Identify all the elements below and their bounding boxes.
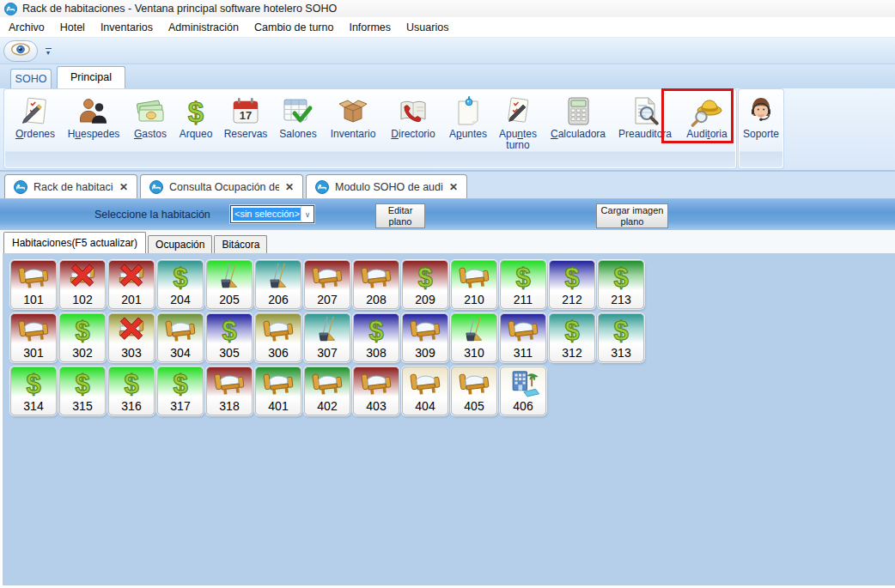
dollar-icon: $ (408, 263, 442, 291)
room-button-211[interactable]: $211 (500, 260, 546, 309)
room-button-406[interactable]: 406 (500, 367, 546, 415)
menu-item-cambio-de-turno[interactable]: Cambio de turno (247, 18, 341, 37)
room-button-206[interactable]: 206 (255, 260, 301, 309)
room-button-205[interactable]: 205 (206, 260, 253, 309)
room-button-318[interactable]: 318 (206, 367, 253, 415)
room-number: 308 (366, 347, 386, 359)
room-button-209[interactable]: $209 (402, 260, 448, 309)
close-icon[interactable]: ✕ (119, 181, 128, 193)
bed-icon (310, 369, 344, 397)
bed-icon (359, 369, 393, 397)
room-button-317[interactable]: $317 (157, 367, 204, 415)
close-icon[interactable]: ✕ (285, 181, 294, 193)
room-button-315[interactable]: $315 (59, 367, 106, 415)
room-button-404[interactable]: 404 (402, 367, 448, 415)
ribbon-item-reservas[interactable]: 17Reservas (218, 90, 273, 167)
room-number: 208 (366, 294, 386, 306)
ribbon-item-huespedes[interactable]: Huespedes (60, 90, 127, 167)
room-button-102[interactable]: 102 (59, 260, 106, 309)
qat-customize-arrow-icon[interactable]: ▾ (42, 43, 54, 60)
room-button-314[interactable]: $314 (10, 367, 57, 415)
ribbon-body: OrdenesHuespedesGastos$Arqueo17ReservasS… (0, 88, 895, 172)
menu-item-inventarios[interactable]: Inventarios (93, 18, 161, 37)
bed-icon (457, 263, 491, 291)
room-button-309[interactable]: 309 (402, 313, 448, 362)
room-button-201[interactable]: 201 (108, 260, 155, 309)
ribbon-item-preauditora[interactable]: Preauditora (613, 90, 677, 167)
dollar-icon: $ (359, 316, 393, 344)
room-button-301[interactable]: 301 (10, 313, 57, 362)
room-button-204[interactable]: $204 (157, 260, 204, 309)
view-tab-habitaciones-f5-actualizar[interactable]: Habitaciones(F5 actualizar) (3, 232, 146, 253)
close-icon[interactable]: ✕ (449, 181, 458, 193)
menu-item-informes[interactable]: Informes (341, 18, 399, 37)
eye-button[interactable] (3, 40, 38, 62)
ribbon-item-ordenes[interactable]: Ordenes (10, 90, 60, 167)
dropdown-chevron-icon[interactable]: ∨ (301, 206, 314, 222)
room-button-101[interactable]: 101 (10, 260, 57, 309)
ribbon-item-calculadora[interactable]: Calculadora (543, 90, 613, 167)
note-pen-icon (502, 95, 534, 128)
ribbon-item-soporte[interactable]: Soporte (740, 90, 782, 167)
room-number: 404 (415, 400, 435, 412)
room-button-405[interactable]: 405 (451, 367, 497, 415)
room-button-307[interactable]: 307 (304, 313, 350, 362)
document-tab-icon (14, 180, 27, 194)
menu-item-administracion[interactable]: Administración (161, 18, 247, 37)
room-button-213[interactable]: $213 (598, 260, 644, 309)
room-button-312[interactable]: $312 (549, 313, 595, 362)
menu-item-hotel[interactable]: Hotel (52, 18, 93, 37)
load-plan-image-button[interactable]: Cargar imagen plano (596, 203, 668, 228)
room-button-210[interactable]: 210 (451, 260, 497, 309)
room-button-303[interactable]: 303 (108, 313, 155, 362)
ribbon-item-arqueo[interactable]: $Arqueo (174, 90, 218, 167)
room-button-313[interactable]: $313 (598, 313, 644, 362)
document-tab-consulta-ocupacion-del-hotel[interactable]: Consulta Ocupación del hotel✕ (140, 174, 303, 198)
room-row: 301$302303304$305306307$308309310311$312… (10, 313, 895, 362)
room-button-207[interactable]: 207 (304, 260, 350, 309)
view-tab-ocupacion[interactable]: Ocupación (148, 235, 212, 253)
room-number: 315 (72, 400, 92, 412)
document-tab-modulo-soho-de-auditoria[interactable]: Modulo SOHO de auditoria✕ (306, 174, 467, 198)
ribbon-tab-soho[interactable]: SOHO (10, 69, 52, 88)
ribbon-item-apuntes[interactable]: Apuntes (443, 90, 493, 167)
room-button-402[interactable]: 402 (304, 367, 350, 415)
broom-icon (212, 263, 247, 291)
dollar-icon: $ (65, 316, 100, 344)
room-button-302[interactable]: $302 (59, 313, 106, 362)
menu-item-archivo[interactable]: Archivo (1, 18, 52, 37)
room-number: 317 (170, 400, 190, 412)
calendar-icon: 17 (229, 95, 262, 128)
ribbon-item-directorio[interactable]: Directorio (383, 90, 443, 167)
room-number: 401 (268, 400, 288, 412)
ribbon-tab-principal[interactable]: Principal (57, 66, 125, 88)
room-button-311[interactable]: 311 (500, 313, 546, 362)
ribbon-item-inventario[interactable]: Inventario (323, 90, 383, 167)
menu-item-usuarios[interactable]: Usuarios (399, 18, 456, 37)
ribbon-item-label: Soporte (743, 129, 779, 140)
ribbon-item-apuntes-turno[interactable]: Apuntes turno (493, 90, 543, 167)
room-button-310[interactable]: 310 (451, 313, 497, 362)
room-button-306[interactable]: 306 (255, 313, 301, 362)
document-tab-rack-de-habitaciones[interactable]: Rack de habitaciones✕ (4, 174, 137, 198)
edit-plan-button[interactable]: Editar plano (375, 203, 425, 228)
room-button-316[interactable]: $316 (108, 367, 155, 415)
room-button-308[interactable]: $308 (353, 313, 399, 362)
room-number: 305 (219, 347, 239, 359)
room-button-212[interactable]: $212 (549, 260, 595, 309)
room-button-304[interactable]: 304 (157, 313, 204, 362)
phone-book-icon (397, 95, 429, 128)
room-number: 209 (415, 294, 435, 306)
room-button-403[interactable]: 403 (353, 367, 399, 415)
hotel-building-icon (506, 369, 540, 397)
room-button-305[interactable]: $305 (206, 313, 253, 362)
room-button-401[interactable]: 401 (255, 367, 301, 415)
view-tab-bitacora[interactable]: Bitácora (214, 235, 267, 253)
room-button-208[interactable]: 208 (353, 260, 399, 309)
x-mark-icon (114, 263, 149, 291)
room-number: 307 (317, 347, 337, 359)
ribbon-item-auditoria[interactable]: Auditoria (677, 90, 737, 167)
room-select-dropdown[interactable]: <sin selección> ∨ (230, 205, 314, 223)
ribbon-item-gastos[interactable]: Gastos (127, 90, 174, 167)
ribbon-item-salones[interactable]: Salones (273, 90, 323, 167)
